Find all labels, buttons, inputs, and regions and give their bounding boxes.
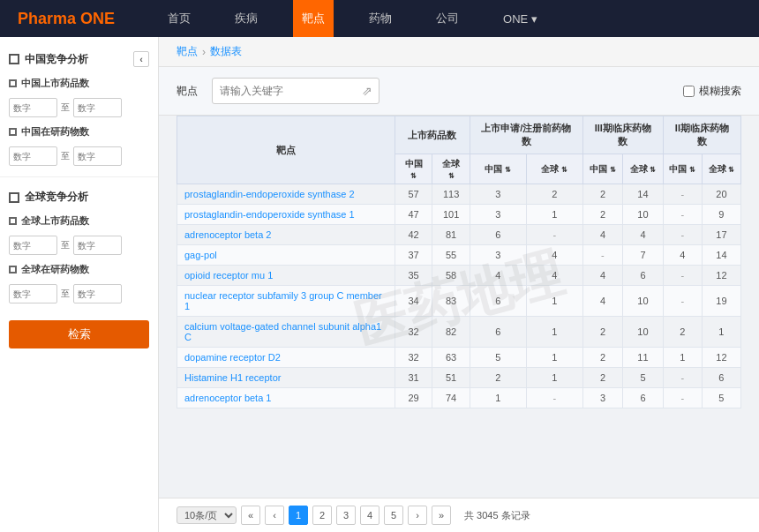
global-pipeline-range: 至 xyxy=(0,281,158,307)
col-applied-gl[interactable]: 全球 ⇅ xyxy=(526,154,582,184)
data-cell: 6 xyxy=(470,225,526,245)
col-marketed-gl[interactable]: 全球 ⇅ xyxy=(432,154,470,184)
data-cell: - xyxy=(663,388,702,408)
dropdown-arrow-icon: ▾ xyxy=(531,12,537,26)
data-cell: 1 xyxy=(526,317,582,348)
target-name-cell[interactable]: opioid receptor mu 1 xyxy=(177,266,395,286)
col-applied-cn[interactable]: 中国 ⇅ xyxy=(470,154,526,184)
data-cell: 14 xyxy=(702,245,740,266)
col-p3-cn[interactable]: 中国 ⇅ xyxy=(582,154,622,184)
page-4-button[interactable]: 4 xyxy=(360,506,380,525)
nav-one[interactable]: ONE ▾ xyxy=(494,0,546,37)
data-cell: 4 xyxy=(582,266,622,286)
page-1-button[interactable]: 1 xyxy=(289,506,308,525)
data-cell: 19 xyxy=(702,286,740,317)
data-cell: 6 xyxy=(470,317,526,348)
target-name-cell[interactable]: prostaglandin-endoperoxide synthase 1 xyxy=(177,205,395,225)
global-marketed-title: 全球上市药品数 xyxy=(0,210,158,232)
main-layout: 中国竞争分析 ‹ 中国上市药品数 至 中国在研药物数 至 全球竞争分析 xyxy=(0,37,759,532)
global-pipeline-max[interactable] xyxy=(73,284,122,303)
header: Pharma ONE 首页 疾病 靶点 药物 公司 ONE ▾ xyxy=(0,0,759,37)
target-name-cell[interactable]: gag-pol xyxy=(177,245,395,266)
nav-drug[interactable]: 药物 xyxy=(360,0,401,37)
page-3-button[interactable]: 3 xyxy=(336,506,356,525)
data-cell: 34 xyxy=(395,286,432,317)
data-cell: 58 xyxy=(432,266,470,286)
col-p3-gl[interactable]: 全球 ⇅ xyxy=(623,154,664,184)
china-marketed-title: 中国上市药品数 xyxy=(0,72,158,94)
data-cell: 2 xyxy=(582,348,622,368)
nav-disease[interactable]: 疾病 xyxy=(226,0,267,37)
search-button-wrap: 检索 xyxy=(9,320,149,348)
data-cell: 3 xyxy=(470,205,526,225)
data-cell: 5 xyxy=(470,348,526,368)
table-row: adrenoceptor beta 242816-44-17 xyxy=(177,225,741,245)
col-marketed-cn[interactable]: 中国 ⇅ xyxy=(395,154,432,184)
china-marketed-icon xyxy=(9,79,17,87)
data-cell: 4 xyxy=(526,245,582,266)
next-page-button[interactable]: › xyxy=(408,506,427,525)
nav-company[interactable]: 公司 xyxy=(427,0,468,37)
first-page-button[interactable]: « xyxy=(241,506,260,525)
col-p2-cn[interactable]: 中国 ⇅ xyxy=(663,154,702,184)
data-cell: 4 xyxy=(526,266,582,286)
china-marketed-range: 至 xyxy=(0,94,158,121)
target-name-cell[interactable]: adrenoceptor beta 1 xyxy=(177,388,395,408)
total-records: 共 3045 条记录 xyxy=(464,509,530,522)
china-marketed-min[interactable] xyxy=(9,98,57,117)
global-marketed-min[interactable] xyxy=(9,236,57,255)
data-cell: 10 xyxy=(623,317,664,348)
fuzzy-search-checkbox[interactable] xyxy=(683,86,695,97)
filter-input[interactable] xyxy=(212,78,380,104)
china-pipeline-max[interactable] xyxy=(73,146,122,166)
collapse-button[interactable]: ‹ xyxy=(133,51,149,67)
data-cell: 4 xyxy=(582,286,622,317)
global-pipeline-title: 全球在研药物数 xyxy=(0,259,158,281)
data-cell: 3 xyxy=(470,184,526,205)
nav-target[interactable]: 靶点 xyxy=(293,0,334,37)
col-p2-gl[interactable]: 全球 ⇅ xyxy=(702,154,740,184)
search-button[interactable]: 检索 xyxy=(9,320,149,348)
global-marketed-max[interactable] xyxy=(73,236,122,255)
prev-page-button[interactable]: ‹ xyxy=(265,506,284,525)
breadcrumb-parent[interactable]: 靶点 xyxy=(177,44,198,59)
data-cell: 2 xyxy=(470,368,526,388)
data-cell: 1 xyxy=(526,368,582,388)
china-marketed-max[interactable] xyxy=(73,98,122,117)
main-content: 靶点 › 数据表 靶点 ⇗ xyxy=(159,37,759,532)
page-size-select[interactable]: 10条/页 20条/页 50条/页 xyxy=(177,506,237,524)
data-cell: 1 xyxy=(526,286,582,317)
fuzzy-search: 模糊搜索 xyxy=(683,84,741,99)
data-cell: 113 xyxy=(432,184,470,205)
page-5-button[interactable]: 5 xyxy=(384,506,403,525)
target-name-cell[interactable]: prostaglandin-endoperoxide synthase 2 xyxy=(177,184,395,205)
filter-row: 靶点 ⇗ 模糊搜索 xyxy=(177,78,741,104)
target-name-cell[interactable]: calcium voltage-gated channel subunit al… xyxy=(177,317,395,348)
target-name-cell[interactable]: adrenoceptor beta 2 xyxy=(177,225,395,245)
data-cell: - xyxy=(663,225,702,245)
china-pipeline-min[interactable] xyxy=(9,146,57,166)
china-marketed-label: 中国上市药品数 xyxy=(21,77,89,90)
data-cell: 1 xyxy=(526,348,582,368)
table-row: gag-pol375534-7414 xyxy=(177,245,741,266)
page-2-button[interactable]: 2 xyxy=(312,506,332,525)
breadcrumb-current[interactable]: 数据表 xyxy=(210,44,242,59)
logo-accent: ONE xyxy=(80,10,115,27)
target-name-cell[interactable]: nuclear receptor subfamily 3 group C mem… xyxy=(177,286,395,317)
data-cell: 82 xyxy=(432,317,470,348)
data-cell: 1 xyxy=(663,348,702,368)
target-name-cell[interactable]: dopamine receptor D2 xyxy=(177,348,395,368)
data-cell: 83 xyxy=(432,286,470,317)
data-cell: 32 xyxy=(395,348,432,368)
nav-home[interactable]: 首页 xyxy=(159,0,199,37)
table-row: adrenoceptor beta 129741-36-5 xyxy=(177,388,741,408)
last-page-button[interactable]: » xyxy=(432,506,451,525)
data-cell: 4 xyxy=(663,245,702,266)
data-cell: 6 xyxy=(470,286,526,317)
pagination: 10条/页 20条/页 50条/页 « ‹ 1 2 3 4 5 › » 共 30… xyxy=(159,498,759,532)
data-cell: 51 xyxy=(432,368,470,388)
global-analysis-icon xyxy=(9,192,19,203)
global-pipeline-min[interactable] xyxy=(9,284,57,303)
table-area: 医药地理 靶点 上市药品数 上市申请/注册前药物数 III期临床药物数 II期临… xyxy=(159,116,759,498)
target-name-cell[interactable]: Histamine H1 receptor xyxy=(177,368,395,388)
